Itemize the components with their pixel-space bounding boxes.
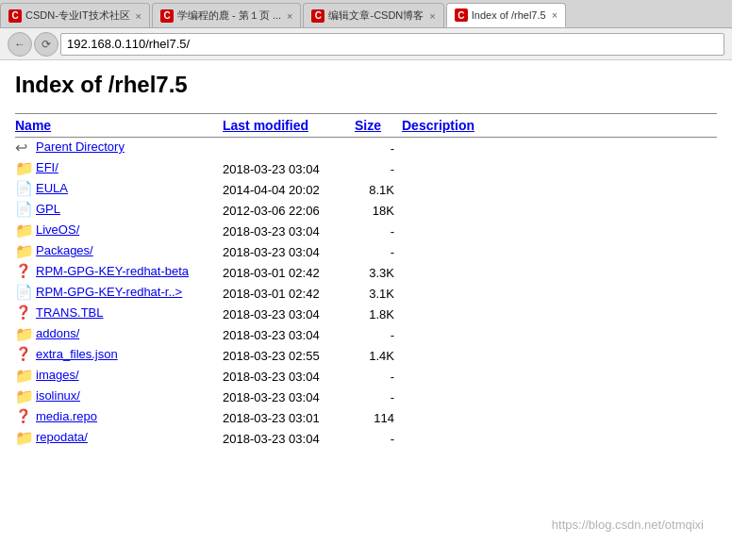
file-name-cell: 📁EFI/ xyxy=(15,158,223,179)
file-modified-cell xyxy=(223,138,355,159)
tab-bar: CCSDN-专业IT技术社区×C学编程的鹿 - 第１页 ...×C编辑文章-CS… xyxy=(0,0,732,28)
file-modified-cell: 2018-03-23 03:04 xyxy=(223,428,355,449)
reload-button[interactable]: ⟳ xyxy=(34,32,58,57)
file-modified-cell: 2018-03-23 03:04 xyxy=(223,387,355,407)
file-name-cell: ↩Parent Directory xyxy=(15,138,223,159)
tab-close-button[interactable]: × xyxy=(136,10,141,22)
file-size-cell: - xyxy=(355,387,402,407)
file-desc-cell xyxy=(402,200,717,221)
file-name-cell: 📁repodata/ xyxy=(15,428,223,449)
table-row: 📁EFI/2018-03-23 03:04- xyxy=(15,158,717,179)
file-table: Name Last modified Size Description ↩Par… xyxy=(15,113,717,449)
file-desc-cell xyxy=(402,262,717,283)
file-modified-cell: 2018-03-23 03:04 xyxy=(223,221,355,241)
browser-tab-tab3[interactable]: C编辑文章-CSDN博客× xyxy=(303,3,443,27)
file-desc-cell xyxy=(402,345,717,366)
file-size-cell: - xyxy=(355,428,402,449)
file-link[interactable]: media.repo xyxy=(36,409,97,423)
tab-favicon: C xyxy=(455,8,468,22)
file-link[interactable]: EFI/ xyxy=(36,160,58,174)
file-modified-cell: 2018-03-01 02:42 xyxy=(223,262,355,283)
browser-tab-tab4[interactable]: CIndex of /rhel7.5× xyxy=(446,3,566,27)
file-desc-cell xyxy=(402,407,717,428)
file-link[interactable]: Parent Directory xyxy=(36,140,125,154)
file-icon: 📄 xyxy=(15,180,32,197)
tab-close-button[interactable]: × xyxy=(552,9,557,21)
up-icon: ↩ xyxy=(15,139,32,156)
tab-label: 编辑文章-CSDN博客 xyxy=(328,8,424,23)
address-bar: ← ⟳ xyxy=(0,28,732,60)
file-modified-cell: 2018-03-23 03:04 xyxy=(223,158,355,179)
tab-close-button[interactable]: × xyxy=(287,10,292,22)
table-row: ↩Parent Directory- xyxy=(15,138,717,159)
file-name-cell: 📁addons/ xyxy=(15,324,223,345)
folder-icon: 📁 xyxy=(15,429,32,446)
unknown-file-icon: ❓ xyxy=(15,305,32,321)
col-header-modified: Last modified xyxy=(223,114,355,138)
file-size-cell: 114 xyxy=(355,407,402,428)
back-button[interactable]: ← xyxy=(8,32,32,57)
file-modified-cell: 2018-03-23 03:04 xyxy=(223,366,355,387)
file-link[interactable]: GPL xyxy=(36,202,60,216)
tab-label: Index of /rhel7.5 xyxy=(472,9,546,21)
unknown-file-icon: ❓ xyxy=(15,408,32,425)
file-modified-cell: 2018-03-23 03:04 xyxy=(223,304,355,324)
tab-favicon: C xyxy=(8,9,22,23)
file-desc-cell xyxy=(402,387,717,407)
file-link[interactable]: RPM-GPG-KEY-redhat-r..> xyxy=(36,285,182,299)
file-link[interactable]: RPM-GPG-KEY-redhat-beta xyxy=(36,264,189,278)
file-desc-cell xyxy=(402,324,717,345)
folder-icon: 📁 xyxy=(15,387,32,404)
file-modified-cell: 2014-04-04 20:02 xyxy=(223,179,355,200)
file-link[interactable]: EULA xyxy=(36,181,68,195)
file-modified-cell: 2018-03-01 02:42 xyxy=(223,283,355,304)
file-name-cell: 📄RPM-GPG-KEY-redhat-r..> xyxy=(15,283,223,304)
col-header-modified-link[interactable]: Last modified xyxy=(223,118,308,133)
file-desc-cell xyxy=(402,241,717,262)
col-header-name: Name xyxy=(15,114,223,138)
file-link[interactable]: addons/ xyxy=(36,326,79,340)
browser-tab-tab2[interactable]: C学编程的鹿 - 第１页 ...× xyxy=(152,3,301,27)
tab-favicon: C xyxy=(160,9,174,23)
file-desc-cell xyxy=(402,138,717,159)
table-row: ❓extra_files.json2018-03-23 02:551.4K xyxy=(15,345,717,366)
table-row: 📄EULA2014-04-04 20:028.1K xyxy=(15,179,717,200)
file-icon: 📄 xyxy=(15,201,32,218)
col-header-desc: Description xyxy=(402,114,717,138)
page-title: Index of /rhel7.5 xyxy=(15,72,717,98)
file-link[interactable]: LiveOS/ xyxy=(36,222,79,237)
col-header-desc-link[interactable]: Description xyxy=(402,118,474,133)
file-size-cell: 3.3K xyxy=(355,262,402,283)
file-desc-cell xyxy=(402,158,717,179)
table-row: 📁LiveOS/2018-03-23 03:04- xyxy=(15,221,717,241)
file-link[interactable]: images/ xyxy=(36,368,79,382)
col-header-size-link[interactable]: Size xyxy=(355,118,381,133)
table-row: ❓RPM-GPG-KEY-redhat-beta2018-03-01 02:42… xyxy=(15,262,717,283)
file-size-cell: - xyxy=(355,241,402,262)
unknown-file-icon: ❓ xyxy=(15,346,32,363)
file-desc-cell xyxy=(402,283,717,304)
file-size-cell: 1.8K xyxy=(355,304,402,324)
file-link[interactable]: TRANS.TBL xyxy=(36,305,104,320)
table-row: 📄GPL2012-03-06 22:0618K xyxy=(15,200,717,221)
file-link[interactable]: isolinux/ xyxy=(36,388,80,403)
tab-favicon: C xyxy=(311,9,324,23)
file-name-cell: ❓RPM-GPG-KEY-redhat-beta xyxy=(15,262,223,283)
folder-icon: 📁 xyxy=(15,242,32,259)
file-modified-cell: 2018-03-23 03:04 xyxy=(223,241,355,262)
file-size-cell: - xyxy=(355,221,402,241)
col-header-name-link[interactable]: Name xyxy=(15,118,51,133)
file-size-cell: 3.1K xyxy=(355,283,402,304)
address-input[interactable] xyxy=(60,33,724,56)
file-link[interactable]: repodata/ xyxy=(36,430,88,444)
file-size-cell: 8.1K xyxy=(355,179,402,200)
browser-tab-tab1[interactable]: CCSDN-专业IT技术社区× xyxy=(0,3,150,27)
table-row: 📁Packages/2018-03-23 03:04- xyxy=(15,241,717,262)
file-link[interactable]: Packages/ xyxy=(36,243,93,257)
tab-label: CSDN-专业IT技术社区 xyxy=(25,8,130,23)
folder-icon: 📁 xyxy=(15,222,32,239)
file-desc-cell xyxy=(402,304,717,324)
tab-close-button[interactable]: × xyxy=(429,10,435,22)
file-link[interactable]: extra_files.json xyxy=(36,347,118,361)
file-name-cell: ❓media.repo xyxy=(15,407,223,428)
